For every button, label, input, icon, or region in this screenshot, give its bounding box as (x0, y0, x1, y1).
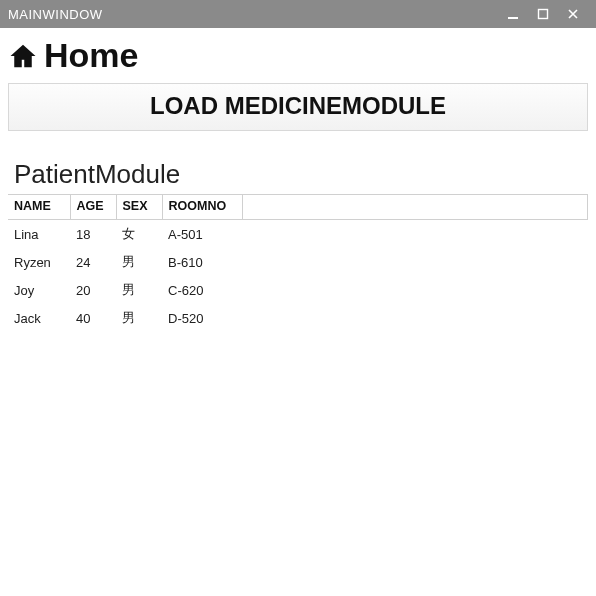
cell-sex: 男 (116, 248, 162, 276)
cell-roomno: C-620 (162, 276, 242, 304)
col-name[interactable]: NAME (8, 195, 70, 220)
cell-name: Jack (8, 304, 70, 332)
cell-age: 40 (70, 304, 116, 332)
table-row[interactable]: Joy20男C-620 (8, 276, 588, 304)
maximize-button[interactable] (528, 0, 558, 28)
cell-roomno: D-520 (162, 304, 242, 332)
col-filler (242, 195, 588, 220)
cell-sex: 男 (116, 276, 162, 304)
cell-filler (242, 304, 588, 332)
window-title: MAINWINDOW (8, 7, 498, 22)
cell-filler (242, 220, 588, 249)
svg-rect-0 (508, 17, 518, 19)
home-header: Home (8, 32, 588, 83)
minimize-button[interactable] (498, 0, 528, 28)
svg-rect-1 (539, 10, 548, 19)
col-sex[interactable]: SEX (116, 195, 162, 220)
cell-sex: 女 (116, 220, 162, 249)
load-medicine-module-button[interactable]: LOAD MEDICINEMODULE (8, 83, 588, 131)
maximize-icon (537, 8, 549, 20)
content-area: Home LOAD MEDICINEMODULE PatientModule N… (0, 28, 596, 340)
minimize-icon (507, 8, 519, 20)
window-controls (498, 0, 588, 28)
col-age[interactable]: AGE (70, 195, 116, 220)
cell-filler (242, 248, 588, 276)
close-icon (567, 8, 579, 20)
cell-name: Lina (8, 220, 70, 249)
cell-sex: 男 (116, 304, 162, 332)
cell-roomno: B-610 (162, 248, 242, 276)
cell-age: 18 (70, 220, 116, 249)
table-row[interactable]: Jack40男D-520 (8, 304, 588, 332)
cell-name: Ryzen (8, 248, 70, 276)
table-row[interactable]: Ryzen24男B-610 (8, 248, 588, 276)
module-title: PatientModule (14, 159, 588, 190)
patient-grid: NAME AGE SEX ROOMNO Lina18女A-501Ryzen24男… (8, 194, 588, 332)
table-header-row: NAME AGE SEX ROOMNO (8, 195, 588, 220)
cell-age: 24 (70, 248, 116, 276)
col-roomno[interactable]: ROOMNO (162, 195, 242, 220)
home-icon (8, 41, 38, 71)
page-title: Home (44, 36, 138, 75)
cell-filler (242, 276, 588, 304)
title-bar: MAINWINDOW (0, 0, 596, 28)
close-button[interactable] (558, 0, 588, 28)
cell-age: 20 (70, 276, 116, 304)
table-row[interactable]: Lina18女A-501 (8, 220, 588, 249)
cell-roomno: A-501 (162, 220, 242, 249)
cell-name: Joy (8, 276, 70, 304)
